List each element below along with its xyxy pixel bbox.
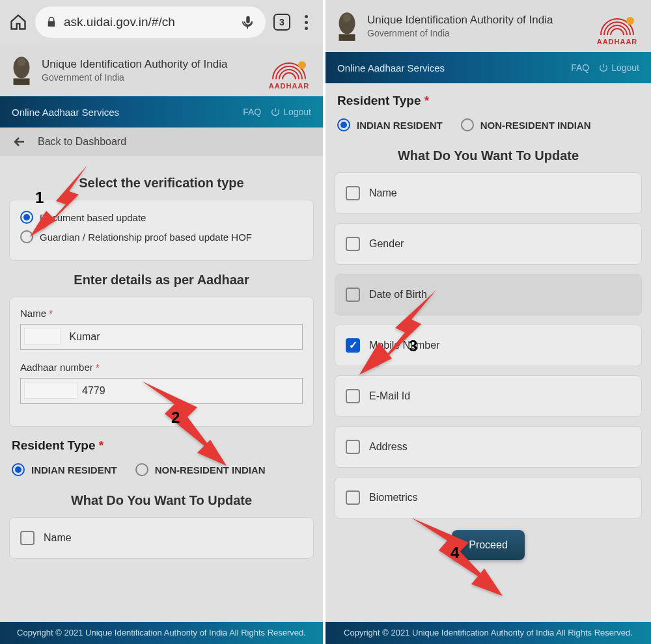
nav-title: Online Aadhaar Services — [12, 107, 234, 118]
radio-document-update[interactable]: Document based update — [20, 211, 303, 224]
left-content: Select the verification type Document ba… — [0, 156, 323, 567]
check-name[interactable]: Name — [335, 172, 642, 214]
resident-section-title: Resident Type * — [335, 94, 642, 108]
checkbox-icon — [20, 531, 35, 545]
radio-icon — [20, 211, 33, 224]
browser-chrome: ask.uidai.gov.in/#/ch 3 — [0, 0, 323, 44]
breadcrumb-label: Back to Dashboard — [38, 136, 126, 148]
site-title: Unique Identification Authority of India — [42, 58, 256, 71]
site-title: Unique Identification Authority of India — [367, 14, 585, 27]
radio-nri[interactable]: NON-RESIDENT INDIAN — [461, 118, 591, 131]
name-input[interactable] — [20, 324, 303, 350]
right-screenshot: Unique Identification Authority of India… — [326, 0, 651, 644]
footer: Copyright © 2021 Unique Identification A… — [0, 622, 323, 644]
breadcrumb[interactable]: Back to Dashboard — [0, 127, 323, 156]
svg-point-3 — [298, 61, 306, 69]
logout-link[interactable]: Logout — [270, 107, 311, 117]
lock-icon — [46, 16, 57, 28]
power-icon — [598, 62, 609, 73]
svg-rect-8 — [339, 34, 355, 40]
check-biometrics[interactable]: Biometrics — [335, 477, 642, 518]
site-header: Unique Identification Authority of India… — [326, 0, 651, 52]
details-section-title: Enter details as per Aadhaar — [9, 273, 314, 288]
svg-rect-0 — [14, 78, 30, 85]
back-arrow-icon — [12, 134, 27, 150]
check-email[interactable]: E-Mail Id — [335, 375, 642, 417]
radio-icon — [12, 463, 25, 476]
india-emblem-icon — [333, 8, 361, 44]
name-label: Name * — [20, 308, 303, 319]
left-screenshot: ask.uidai.gov.in/#/ch 3 Unique Identific… — [0, 0, 326, 644]
checkbox-icon — [346, 186, 360, 200]
check-dob[interactable]: Date of Birth — [335, 274, 642, 315]
redaction-block — [24, 328, 61, 345]
check-name[interactable]: Name — [9, 517, 314, 559]
check-address[interactable]: Address — [335, 426, 642, 468]
site-header: Unique Identification Authority of India… — [0, 44, 323, 96]
update-section-title: What Do You Want To Update — [9, 493, 314, 508]
more-menu-icon[interactable] — [298, 15, 314, 30]
redaction-block — [24, 382, 77, 399]
radio-icon — [135, 463, 148, 476]
radio-icon — [337, 118, 350, 131]
details-card: Name * Aadhaar number * — [9, 297, 314, 427]
checkbox-icon — [346, 288, 360, 302]
svg-point-2 — [18, 58, 25, 66]
nav-bar: Online Aadhaar Services FAQ Logout — [0, 96, 323, 127]
resident-type-group: INDIAN RESIDENT NON-RESIDENT INDIAN — [9, 458, 314, 481]
aadhaar-logo-icon: AADHAAR — [591, 7, 643, 46]
svg-point-10 — [343, 14, 351, 21]
checkbox-icon — [346, 338, 360, 353]
radio-indian-resident[interactable]: INDIAN RESIDENT — [12, 463, 117, 476]
checkbox-icon — [346, 237, 360, 251]
checkbox-icon — [346, 440, 360, 454]
aadhaar-logo-icon: AADHAAR — [263, 51, 315, 90]
site-subtitle: Government of India — [42, 72, 256, 83]
home-icon[interactable] — [9, 13, 27, 31]
faq-link[interactable]: FAQ — [243, 107, 261, 117]
power-icon — [270, 107, 281, 117]
nav-bar: Online Aadhaar Services FAQ Logout — [326, 52, 651, 83]
footer: Copyright © 2021 Unique Identification A… — [326, 622, 651, 644]
resident-section-title: Resident Type * — [9, 438, 314, 453]
check-mobile[interactable]: Mobile Number — [335, 325, 642, 366]
india-emblem-icon — [8, 53, 35, 88]
nav-title: Online Aadhaar Services — [337, 62, 562, 74]
proceed-button[interactable]: Proceed — [452, 530, 525, 560]
verify-section-title: Select the verification type — [9, 176, 314, 191]
checkbox-icon — [346, 490, 360, 505]
tabs-button[interactable]: 3 — [273, 14, 290, 31]
mic-icon[interactable] — [241, 15, 255, 29]
url-bar[interactable]: ask.uidai.gov.in/#/ch — [35, 7, 266, 38]
radio-icon — [461, 118, 474, 131]
checkbox-icon — [346, 389, 360, 403]
radio-nri[interactable]: NON-RESIDENT INDIAN — [135, 463, 266, 476]
radio-guardian-update[interactable]: Guardian / Relationship proof based upda… — [20, 230, 303, 243]
resident-type-group: INDIAN RESIDENT NON-RESIDENT INDIAN — [335, 113, 642, 137]
verify-card: Document based update Guardian / Relatio… — [9, 200, 314, 261]
right-content: Resident Type * INDIAN RESIDENT NON-RESI… — [326, 83, 651, 574]
url-text: ask.uidai.gov.in/#/ch — [64, 15, 175, 29]
radio-indian-resident[interactable]: INDIAN RESIDENT — [337, 118, 443, 131]
radio-icon — [20, 230, 33, 243]
svg-point-11 — [626, 17, 634, 25]
logout-link[interactable]: Logout — [598, 62, 639, 73]
aadhaar-label: Aadhaar number * — [20, 362, 303, 373]
faq-link[interactable]: FAQ — [571, 62, 589, 73]
site-subtitle: Government of India — [367, 28, 585, 38]
update-section-title: What Do You Want To Update — [335, 148, 642, 163]
check-gender[interactable]: Gender — [335, 223, 642, 265]
